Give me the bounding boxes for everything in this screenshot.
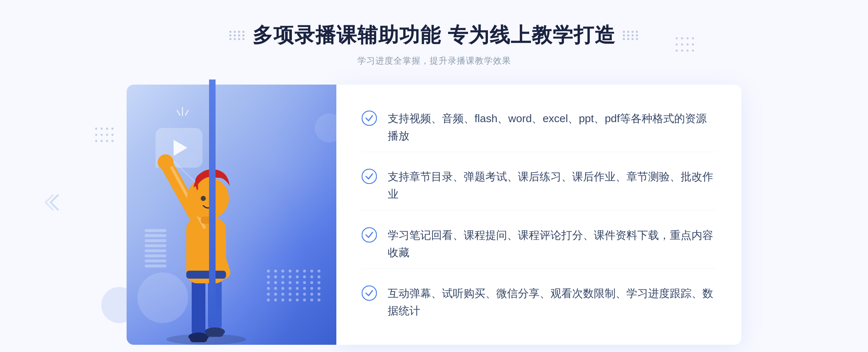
features-panel: 支持视频、音频、flash、word、excel、ppt、pdf等各种格式的资源… <box>336 85 741 345</box>
subtitle: 学习进度全掌握，提升录播课教学效果 <box>229 55 639 66</box>
header-decoration: 多项录播课辅助功能 专为线上教学打造 <box>229 22 639 49</box>
check-icon-4 <box>362 286 377 301</box>
feature-text-2: 支持章节目录、弹题考试、课后练习、课后作业、章节测验、批改作业 <box>388 168 716 203</box>
dot-grid-right <box>623 31 639 40</box>
svg-rect-11 <box>186 271 226 279</box>
feature-item-3: 学习笔记回看、课程提问、课程评论打分、课件资料下载，重点内容收藏 <box>362 219 716 269</box>
svg-point-7 <box>187 177 229 219</box>
illustration-card <box>127 85 336 345</box>
svg-rect-1 <box>192 276 205 338</box>
dot-grid-left <box>229 31 245 40</box>
dots-pattern <box>267 270 322 301</box>
decorative-dots-left <box>94 126 114 143</box>
blue-vertical-bar <box>209 80 216 325</box>
feature-item-1: 支持视频、音频、flash、word、excel、ppt、pdf等各种格式的资源… <box>362 103 716 152</box>
svg-rect-12 <box>190 336 207 342</box>
svg-point-16 <box>362 169 376 184</box>
feature-item-2: 支持章节目录、弹题考试、课后练习、课后作业、章节测验、批改作业 <box>362 161 716 210</box>
svg-point-17 <box>362 228 376 242</box>
svg-point-18 <box>362 286 376 300</box>
check-icon-2 <box>362 169 377 184</box>
feature-text-1: 支持视频、音频、flash、word、excel、ppt、pdf等各种格式的资源… <box>388 110 716 145</box>
light-rays <box>177 106 188 118</box>
svg-point-15 <box>362 111 376 125</box>
check-icon-3 <box>362 227 377 242</box>
feature-text-3: 学习笔记回看、课程提问、课程评论打分、课件资料下载，重点内容收藏 <box>388 227 716 261</box>
svg-rect-13 <box>206 330 224 337</box>
content-area: 支持视频、音频、flash、word、excel、ppt、pdf等各种格式的资源… <box>127 85 741 345</box>
main-title: 多项录播课辅助功能 专为线上教学打造 <box>252 22 616 49</box>
check-icon-1 <box>362 111 377 126</box>
svg-point-8 <box>201 196 206 201</box>
circle-decoration-2 <box>315 113 336 142</box>
header-section: 多项录播课辅助功能 专为线上教学打造 学习进度全掌握，提升录播课教学效果 <box>229 0 639 66</box>
feature-item-4: 互动弹幕、试听购买、微信分享、观看次数限制、学习进度跟踪、数据统计 <box>362 278 716 327</box>
decorative-dots-right <box>675 36 694 53</box>
feature-text-4: 互动弹幕、试听购买、微信分享、观看次数限制、学习进度跟踪、数据统计 <box>388 285 716 319</box>
chevron-left-icon <box>43 192 65 217</box>
page-container: 多项录播课辅助功能 专为线上教学打造 学习进度全掌握，提升录播课教学效果 <box>0 0 868 352</box>
